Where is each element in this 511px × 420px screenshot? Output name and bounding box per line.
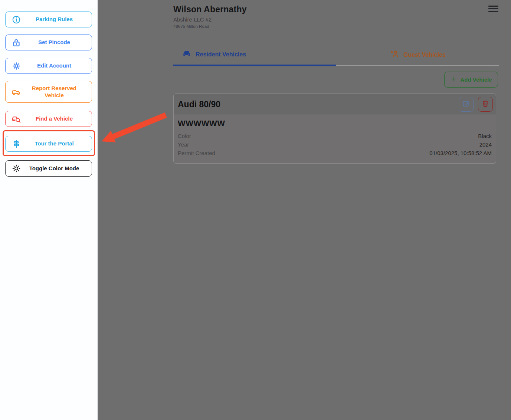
add-vehicle-button[interactable]: Add Vehicle <box>444 72 498 88</box>
trash-icon <box>481 99 489 109</box>
menu-icon[interactable] <box>488 6 498 12</box>
profile-header: Wilson Abernathy Abshire LLC #2 48675 Mi… <box>173 4 247 29</box>
license-plate: WWWWWW <box>178 119 492 128</box>
sidebar-item-set-pincode[interactable]: Set Pincode <box>5 35 92 50</box>
page-title: Wilson Abernathy <box>173 4 247 14</box>
sidebar-item-find-a-vehicle[interactable]: Find a Vehicle <box>5 111 92 127</box>
detail-row-color: Color Black <box>178 132 492 140</box>
vehicle-title: Audi 80/90 <box>178 99 459 109</box>
detail-label: Year <box>178 140 189 149</box>
car-search-icon <box>12 114 21 124</box>
heart-person-icon <box>390 49 399 60</box>
tab-label: Resident Vehicles <box>196 51 246 58</box>
tab-guest-vehicles[interactable]: Guest Vehicles <box>336 45 499 66</box>
tab-label: Guest Vehicles <box>403 52 446 58</box>
main-content-dimmed: Wilson Abernathy Abshire LLC #2 48675 Mi… <box>98 0 511 420</box>
vehicle-card-header: Audi 80/90 <box>173 93 496 115</box>
lock-icon <box>12 38 21 47</box>
vehicle-card: Audi 80/90 <box>173 93 496 164</box>
sidebar-item-toggle-color-mode[interactable]: Toggle Color Mode <box>5 160 92 177</box>
car-front-icon <box>182 49 191 60</box>
sidebar-item-tour-the-portal[interactable]: Tour the Portal <box>5 136 92 152</box>
detail-label: Color <box>178 132 191 140</box>
tab-resident-vehicles[interactable]: Resident Vehicles <box>173 45 336 66</box>
edit-icon <box>462 99 470 109</box>
info-icon <box>12 15 21 24</box>
sun-icon <box>12 164 21 173</box>
detail-value: 2024 <box>479 140 492 149</box>
sidebar: Parking Rules Set Pincode Edit Account <box>0 0 98 420</box>
sidebar-item-edit-account[interactable]: Edit Account <box>5 58 92 74</box>
delete-vehicle-button[interactable] <box>478 97 493 112</box>
add-vehicle-label: Add Vehicle <box>460 76 492 83</box>
plus-icon <box>450 75 458 84</box>
vehicle-card-body: WWWWWW Color Black Year 2024 Permit Crea… <box>173 115 496 164</box>
vehicle-tabs: Resident Vehicles Guest Vehicles <box>173 45 499 66</box>
detail-value: 01/03/2025, 10:58:52 AM <box>429 149 492 157</box>
signpost-icon <box>12 139 21 149</box>
company-name: Abshire LLC #2 <box>173 16 247 23</box>
gear-icon <box>12 61 21 71</box>
edit-vehicle-button[interactable] <box>459 97 474 112</box>
street-address: 48675 Milton Road <box>173 24 247 29</box>
detail-row-year: Year 2024 <box>178 140 492 149</box>
sidebar-item-report-reserved-vehicle[interactable]: Report Reserved Vehicle <box>5 81 92 103</box>
detail-value: Black <box>478 132 492 140</box>
sidebar-item-parking-rules[interactable]: Parking Rules <box>5 12 92 27</box>
detail-label: Permit Created <box>178 149 215 157</box>
tow-truck-icon <box>12 87 21 97</box>
detail-row-permit-created: Permit Created 01/03/2025, 10:58:52 AM <box>178 149 492 157</box>
